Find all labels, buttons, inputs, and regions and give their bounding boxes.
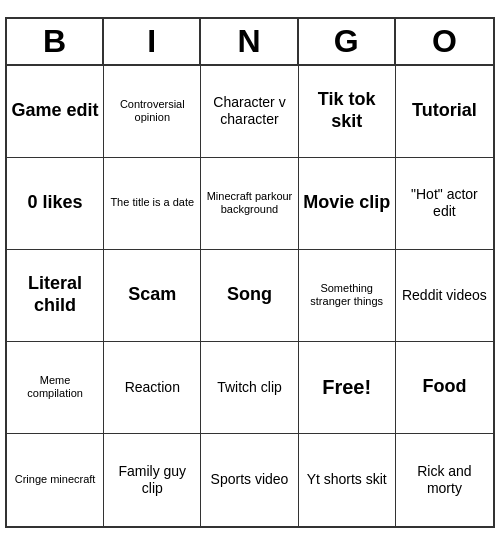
bingo-cell-17: Twitch clip [201,342,298,434]
bingo-grid: Game editControversial opinionCharacter … [7,66,493,526]
header-letter-n: N [201,19,298,64]
bingo-cell-24: Rick and morty [396,434,493,526]
header-letter-i: I [104,19,201,64]
bingo-cell-21: Family guy clip [104,434,201,526]
bingo-cell-2: Character v character [201,66,298,158]
bingo-cell-7: Minecraft parkour background [201,158,298,250]
bingo-cell-6: The title is a date [104,158,201,250]
header-letter-o: O [396,19,493,64]
bingo-header: BINGO [7,19,493,66]
bingo-cell-4: Tutorial [396,66,493,158]
bingo-cell-22: Sports video [201,434,298,526]
bingo-cell-12: Song [201,250,298,342]
bingo-cell-14: Reddit videos [396,250,493,342]
bingo-cell-0: Game edit [7,66,104,158]
bingo-cell-23: Yt shorts skit [299,434,396,526]
bingo-card: BINGO Game editControversial opinionChar… [5,17,495,528]
bingo-cell-16: Reaction [104,342,201,434]
bingo-cell-1: Controversial opinion [104,66,201,158]
bingo-cell-13: Something stranger things [299,250,396,342]
bingo-cell-10: Literal child [7,250,104,342]
bingo-cell-8: Movie clip [299,158,396,250]
header-letter-g: G [299,19,396,64]
bingo-cell-5: 0 likes [7,158,104,250]
bingo-cell-11: Scam [104,250,201,342]
bingo-cell-18: Free! [299,342,396,434]
bingo-cell-15: Meme compilation [7,342,104,434]
bingo-cell-20: Cringe minecraft [7,434,104,526]
bingo-cell-3: Tik tok skit [299,66,396,158]
bingo-cell-19: Food [396,342,493,434]
bingo-cell-9: "Hot" actor edit [396,158,493,250]
header-letter-b: B [7,19,104,64]
